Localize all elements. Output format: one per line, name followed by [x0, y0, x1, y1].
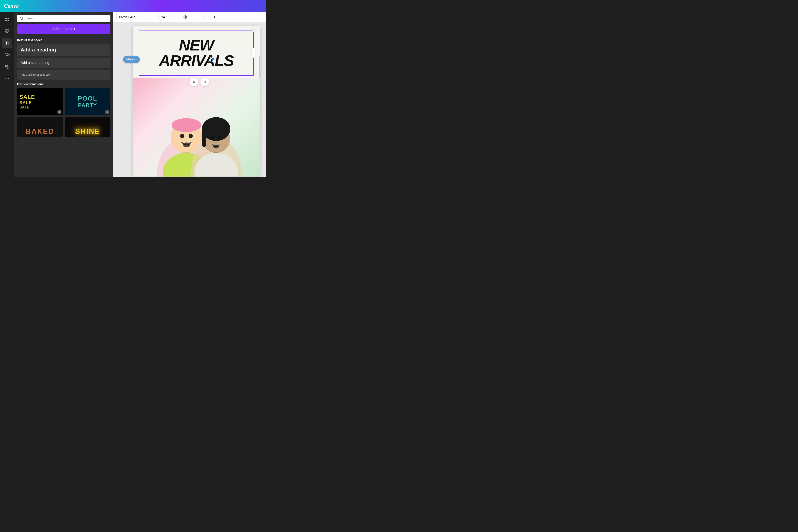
font-size-increase-button[interactable]: + [169, 14, 176, 21]
align-center-icon [195, 15, 199, 19]
font-combo-baked[interactable]: BAKED [17, 117, 63, 137]
sidebar-item-elements[interactable] [2, 26, 12, 36]
shine-text: SHINE [75, 127, 100, 136]
canvas-background: NEWARRIVALS [133, 26, 260, 176]
font-combos-title: Font combinations [17, 82, 111, 86]
svg-point-7 [5, 78, 6, 79]
sale-line-2: SALE [19, 100, 32, 105]
right-area: Canva Sans − + [113, 12, 266, 177]
font-tooltip: Marion [123, 56, 140, 63]
svg-rect-1 [7, 18, 9, 19]
left-panel: Add a text box Default text styles Add a… [14, 12, 113, 177]
sidebar-item-text[interactable] [2, 38, 12, 48]
sidebar-item-apps[interactable] [2, 74, 12, 84]
spacing-button[interactable] [211, 14, 218, 21]
sidebar-item-draw[interactable] [2, 62, 12, 72]
svg-point-31 [183, 142, 190, 147]
svg-rect-28 [172, 121, 201, 129]
sale-line-3: SALE [19, 105, 30, 110]
move-control[interactable]: ⊕ [200, 78, 209, 86]
svg-point-30 [189, 134, 193, 138]
crown-badge-sale: ♛ [57, 110, 61, 114]
search-bar [17, 15, 111, 22]
font-combos-bottom-grid: BAKED SHINE [17, 117, 111, 137]
svg-point-19 [204, 16, 205, 16]
font-size-decrease-button[interactable]: − [150, 14, 157, 21]
body-label: Add a little bit of body text [21, 73, 50, 76]
svg-rect-3 [7, 20, 9, 21]
svg-point-38 [211, 136, 214, 140]
svg-point-21 [204, 18, 205, 18]
text-box-selected[interactable]: NEWARRIVALS [139, 30, 254, 76]
sidebar-item-upload[interactable] [2, 50, 12, 60]
align-center-button[interactable] [193, 14, 201, 21]
pool-line-1: POOL [78, 95, 97, 102]
add-subheading-item[interactable]: Add a subheading [17, 58, 111, 68]
sidebar-item-grid[interactable] [2, 14, 12, 24]
tooltip-label: Marion [126, 57, 136, 61]
font-combo-pool-party[interactable]: POOL PARTY ♛ [65, 88, 111, 115]
main-layout: Add a text box Default text styles Add a… [0, 12, 266, 177]
svg-rect-37 [202, 131, 206, 147]
canvas: NEWARRIVALS [133, 26, 260, 176]
search-icon [20, 17, 23, 20]
icon-bar [0, 12, 14, 177]
canvas-photo [133, 78, 260, 176]
font-size-input[interactable] [158, 14, 168, 20]
top-bar: Canva [0, 0, 266, 12]
font-combos-section: Font combinations SALE SALE SALE ♛ POOL … [17, 82, 111, 137]
font-combo-sale[interactable]: SALE SALE SALE ♛ [17, 88, 63, 115]
canva-logo: Canva [4, 3, 19, 9]
svg-rect-2 [5, 20, 7, 21]
crown-badge-pool: ♛ [105, 110, 109, 114]
font-family-selector[interactable]: Canva Sans [116, 14, 148, 20]
sale-line-1: SALE [19, 94, 35, 100]
font-family-label: Canva Sans [119, 15, 135, 19]
canvas-text-content[interactable]: NEWARRIVALS [159, 37, 234, 68]
svg-point-29 [180, 134, 184, 138]
toolbar-divider-2 [191, 14, 191, 20]
svg-point-36 [202, 117, 230, 141]
people-illustration [147, 97, 246, 176]
toolbar-divider-1 [179, 14, 179, 20]
default-styles-title: Default text styles [17, 38, 111, 42]
baked-text: BAKED [26, 127, 54, 136]
svg-line-11 [22, 19, 23, 20]
svg-point-9 [8, 78, 9, 79]
svg-rect-0 [5, 18, 7, 19]
dropdown-arrow-icon [137, 16, 139, 18]
list-button[interactable] [202, 14, 209, 21]
svg-point-8 [7, 78, 7, 79]
search-input[interactable] [25, 17, 108, 20]
svg-point-20 [204, 17, 205, 17]
spacing-icon [212, 15, 216, 19]
add-heading-item[interactable]: Add a heading [17, 43, 111, 56]
toolbar: Canva Sans − + [113, 12, 266, 22]
list-icon [204, 15, 208, 19]
canvas-area: NEWARRIVALS [113, 22, 266, 177]
svg-point-6 [6, 66, 7, 67]
font-combos-grid: SALE SALE SALE ♛ POOL PARTY ♛ [17, 88, 111, 115]
svg-point-39 [218, 136, 222, 140]
text-style-button[interactable] [182, 14, 189, 21]
add-body-item[interactable]: Add a little bit of body text [17, 70, 111, 80]
rotate-control[interactable]: ↻ [189, 78, 198, 86]
panel-content: Default text styles Add a heading Add a … [14, 37, 113, 177]
svg-point-40 [213, 145, 219, 148]
heading-label: Add a heading [21, 47, 56, 53]
resize-handle-right[interactable] [252, 48, 255, 58]
style-icon [183, 15, 187, 19]
font-combo-shine[interactable]: SHINE [65, 117, 111, 137]
add-text-box-button[interactable]: Add a text box [17, 24, 111, 34]
svg-point-10 [20, 17, 22, 19]
subheading-label: Add a subheading [21, 61, 49, 65]
pool-line-2: PARTY [78, 102, 97, 108]
resize-handle-top-right[interactable] [252, 29, 255, 32]
